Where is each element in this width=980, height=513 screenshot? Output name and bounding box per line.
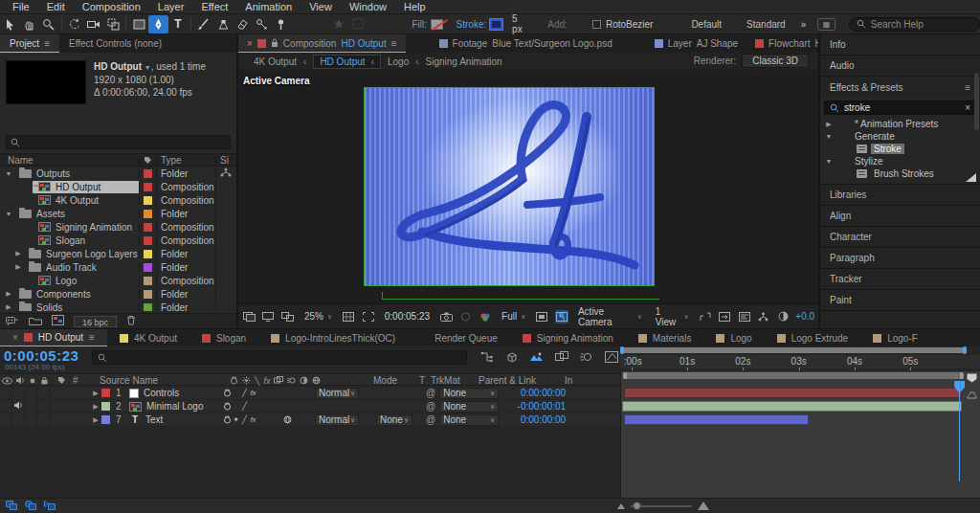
target-region-icon[interactable] <box>535 310 548 323</box>
parent-dropdown[interactable]: None∨ <box>439 401 499 413</box>
viewer-timecode[interactable]: 0:00:05:23 <box>385 311 430 322</box>
grid-guides-icon[interactable] <box>342 310 355 323</box>
timeline-button-icon[interactable] <box>737 310 750 323</box>
clone-stamp-tool-icon[interactable] <box>213 15 233 33</box>
panel-menu-icon[interactable]: ≡ <box>89 332 95 343</box>
item-name[interactable]: Signing Animation <box>56 222 132 233</box>
new-composition-icon[interactable] <box>52 315 64 327</box>
exposure-value[interactable]: +0.0 <box>795 311 814 322</box>
layer-color-swatch[interactable] <box>101 402 110 411</box>
new-folder-icon[interactable] <box>29 316 42 327</box>
timeline-tab[interactable]: × Logo Extrude ≡ <box>765 329 861 346</box>
audio-switch[interactable] <box>12 387 25 399</box>
mode-column[interactable]: Mode <box>373 374 397 387</box>
timeline-zoom-slider[interactable] <box>617 502 709 510</box>
right-panel-scrollbar[interactable] <box>974 73 979 130</box>
menu-item[interactable]: Window <box>341 0 395 14</box>
label-color-swatch[interactable] <box>144 210 152 218</box>
project-row[interactable]: ▶ Solids Folder <box>0 301 236 311</box>
item-name[interactable]: Surgeon Logo Layers <box>46 249 138 259</box>
composition-image[interactable] <box>364 87 655 286</box>
magnification-dropdown[interactable]: 25%∨ <box>301 310 336 323</box>
mini-flowchart-icon[interactable] <box>281 310 295 323</box>
disclosure-icon[interactable]: ▼ <box>4 211 13 217</box>
column-type[interactable]: Type <box>156 155 215 166</box>
solo-switch[interactable] <box>25 387 37 399</box>
disclosure-icon[interactable]: ▼ <box>824 158 834 165</box>
tab-composition[interactable]: × Composition HD Output ≡ <box>238 34 406 53</box>
disclosure-icon[interactable]: ▶ <box>13 263 23 271</box>
lock-switch[interactable] <box>37 400 50 413</box>
project-row[interactable]: ▶ Components Folder <box>0 287 236 301</box>
effects-tree-row[interactable]: ▶ * Animation Presets <box>820 118 980 130</box>
audio-switch[interactable] <box>12 400 25 413</box>
brush-tool-icon[interactable] <box>194 15 213 33</box>
effect-name[interactable]: Brush Strokes <box>871 168 937 179</box>
disclosure-icon[interactable]: ▶ <box>4 290 13 298</box>
video-column-icon[interactable] <box>2 374 12 387</box>
effects-tree-row[interactable]: ▼ Stylize <box>820 155 980 167</box>
workspace-item[interactable]: Default <box>691 19 722 30</box>
draft-3d-icon[interactable] <box>503 349 520 365</box>
effects-tree-row[interactable]: Brush Strokes <box>820 167 980 180</box>
time-ruler[interactable]: :00s01s02s03s04s05s <box>620 355 980 368</box>
fx-switch[interactable]: fx <box>249 388 257 398</box>
source-name-column[interactable]: Source Name <box>100 374 158 387</box>
breadcrumb-item[interactable]: 4K Output <box>254 56 297 67</box>
exposure-icon[interactable] <box>776 310 790 323</box>
disclosure-icon[interactable]: ▶ <box>4 303 13 311</box>
label-color-swatch[interactable] <box>144 303 152 312</box>
item-name[interactable]: Assets <box>36 209 65 219</box>
current-timecode[interactable]: 0:00:05:23 <box>4 347 78 364</box>
channel-icon[interactable] <box>479 310 492 323</box>
effects-presets-header[interactable]: Effects & Presets ≡ <box>820 77 980 98</box>
graph-editor-icon[interactable] <box>603 349 619 365</box>
project-row[interactable]: Signing Animation Composition <box>0 220 236 234</box>
hand-tool-icon[interactable] <box>19 15 38 33</box>
comp-marker-bin-icon[interactable] <box>967 373 977 385</box>
collapsed-panel-header[interactable]: Libraries <box>820 185 980 206</box>
timeline-tab[interactable]: × Logo-F ≡ <box>860 329 930 346</box>
timeline-navigator-bar[interactable] <box>620 347 967 353</box>
help-search-box[interactable]: Search Help <box>849 17 980 32</box>
layer-name[interactable]: Minimal Logo <box>146 401 203 412</box>
menu-item[interactable]: Edit <box>38 0 74 14</box>
timeline-tab[interactable]: × Materials ≡ <box>626 329 704 346</box>
expand-layer-switches-icon[interactable] <box>6 501 19 511</box>
timeline-tab[interactable]: × Signing Animation ≡ <box>510 329 626 346</box>
project-row[interactable]: ▼ Assets Folder <box>0 207 236 220</box>
pixel-aspect-icon[interactable] <box>718 310 731 323</box>
t-column[interactable]: T <box>419 374 425 387</box>
layer-name[interactable]: Text <box>145 414 163 425</box>
effect-name[interactable]: Stroke <box>871 144 904 154</box>
menu-item[interactable]: View <box>301 0 341 14</box>
video-switch[interactable] <box>0 413 12 426</box>
rotobezier-checkbox[interactable] <box>592 20 601 29</box>
solo-switch[interactable] <box>25 400 37 413</box>
item-name[interactable]: Logo <box>56 276 77 286</box>
view-camera-dropdown[interactable]: Active Camera∨ <box>574 305 646 328</box>
viewer-stage[interactable]: Active Camera <box>238 70 818 303</box>
puppet-pin-tool-icon[interactable] <box>272 15 291 33</box>
renderer-button[interactable]: Classic 3D <box>742 54 809 68</box>
show-snapshot-icon[interactable] <box>458 310 472 323</box>
lock-switch[interactable] <box>37 387 50 399</box>
project-row[interactable]: Logo Composition <box>0 274 236 287</box>
stroke-width[interactable]: 5 px <box>512 13 526 34</box>
comp-button-icon[interactable] <box>967 390 977 402</box>
trkmat-column[interactable]: TrkMat <box>431 374 460 387</box>
rotate-tool-icon[interactable] <box>65 15 84 33</box>
title-caret-icon[interactable]: ▼ <box>145 64 151 71</box>
item-name[interactable]: Components <box>36 289 91 300</box>
layer-disclosure-icon[interactable]: ▶ <box>90 403 101 411</box>
number-column[interactable]: # <box>73 374 78 387</box>
parent-link-column[interactable]: Parent & Link <box>479 374 536 387</box>
breadcrumb-item[interactable]: Logo <box>388 56 409 67</box>
timeline-tab[interactable]: × Logo ≡ <box>703 329 764 346</box>
stroke-swatch[interactable] <box>490 19 502 30</box>
label-color-swatch[interactable] <box>144 223 152 232</box>
project-row[interactable]: 4K Output Composition <box>0 193 236 207</box>
project-search-box[interactable] <box>6 135 231 149</box>
menu-item[interactable]: Animation <box>236 0 301 14</box>
collapsed-panel-header[interactable]: Paint <box>820 290 980 311</box>
